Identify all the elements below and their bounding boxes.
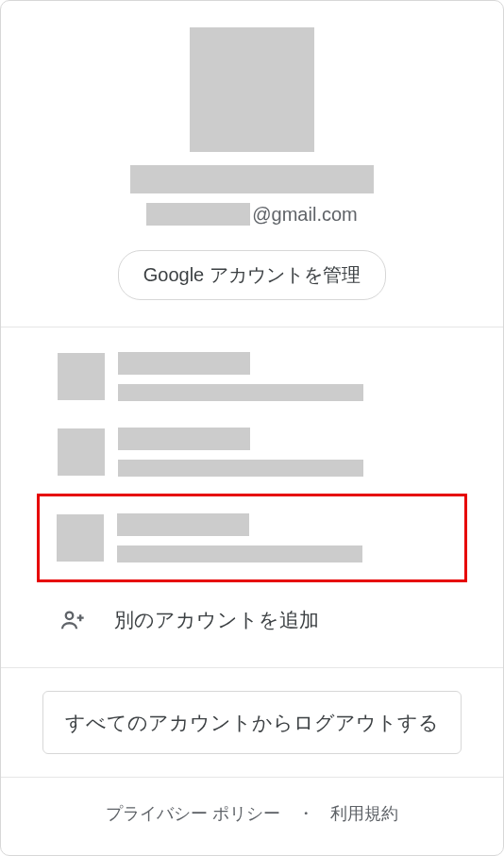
brand-label: Google (143, 264, 205, 286)
account-avatar (58, 428, 105, 476)
add-account-label: 別のアカウントを追加 (114, 607, 319, 633)
manage-account-button[interactable]: Google アカウントを管理 (118, 250, 387, 300)
separator: ・ (297, 804, 314, 823)
account-text (118, 352, 363, 401)
footer: プライバシー ポリシー ・ 利用規約 (1, 777, 503, 849)
terms-link[interactable]: 利用規約 (330, 804, 398, 823)
email-local-placeholder (146, 203, 250, 226)
account-row[interactable] (1, 339, 503, 414)
manage-label: アカウントを管理 (210, 262, 361, 288)
add-account-button[interactable]: 別のアカウントを追加 (1, 586, 503, 660)
account-avatar (58, 353, 105, 400)
svg-point-0 (66, 613, 73, 619)
account-email-placeholder (118, 384, 363, 401)
account-text (118, 428, 363, 477)
current-avatar (190, 27, 314, 152)
account-name-placeholder (118, 428, 250, 450)
signout-label: すべてのアカウントからログアウトする (65, 712, 439, 733)
account-email-placeholder (117, 545, 362, 562)
account-text (117, 513, 362, 562)
account-name-placeholder (118, 352, 250, 375)
privacy-link[interactable]: プライバシー ポリシー (106, 804, 280, 823)
other-accounts-section: 別のアカウントを追加 (1, 327, 503, 667)
current-email: @gmail.com (146, 203, 357, 226)
account-switcher-panel: @gmail.com Google アカウントを管理 (0, 0, 504, 856)
person-add-icon (59, 607, 86, 633)
current-name-placeholder (130, 165, 374, 193)
account-avatar (57, 514, 104, 562)
email-domain: @gmail.com (252, 204, 357, 226)
signout-all-button[interactable]: すべてのアカウントからログアウトする (42, 691, 462, 754)
account-row[interactable] (1, 414, 503, 490)
current-account-section: @gmail.com Google アカウントを管理 (1, 1, 503, 327)
account-email-placeholder (118, 460, 363, 477)
account-name-placeholder (117, 513, 249, 536)
signout-section: すべてのアカウントからログアウトする (1, 667, 503, 777)
account-row-highlighted[interactable] (37, 494, 467, 582)
